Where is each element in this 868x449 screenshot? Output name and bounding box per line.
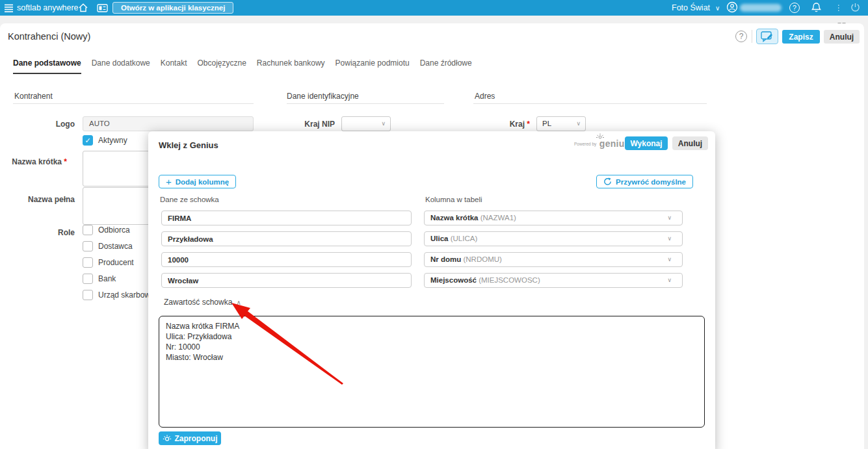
sparkle-icon (163, 435, 172, 443)
cancel-button[interactable]: Anuluj (824, 30, 860, 44)
right-column-header: Kolumna w tabeli (425, 196, 482, 203)
column-select[interactable]: Ulica (ULICA)∨ (424, 231, 683, 246)
divider (13, 103, 254, 104)
tab-dane-zrodlowe[interactable]: Dane źródłowe (420, 58, 472, 74)
clipboard-line: Nr: 10000 (166, 342, 698, 352)
menu-icon[interactable] (4, 3, 14, 13)
kraj-nip-select[interactable]: ∨ (341, 116, 391, 131)
tab-rachunek-bankowy[interactable]: Rachunek bankowy (257, 58, 325, 74)
chevron-down-icon: ∨ (576, 117, 581, 131)
restore-defaults-button[interactable]: Przywróć domyślne (596, 175, 693, 188)
chevron-down-icon: ∨ (667, 253, 672, 266)
aktywny-checkbox[interactable]: ✓ (83, 135, 93, 146)
clipboard-value-input[interactable] (161, 231, 412, 246)
nazwa-pelna-label: Nazwa pełna (13, 195, 75, 204)
required-marker: * (64, 157, 67, 166)
execute-button[interactable]: Wykonaj (625, 136, 668, 150)
role-row: Odbiorca (83, 225, 130, 235)
clipboard-line: Ulica: Przykładowa (166, 331, 698, 342)
application-window: softlab anywhere Otwórz w aplikacji klas… (0, 0, 868, 449)
tab-bar: Dane podstawowe Dane dodatkowe Kontakt O… (13, 58, 472, 74)
comment-edit-icon (761, 31, 774, 42)
section-kontrahent: Kontrahent (14, 92, 53, 101)
modal-cancel-button[interactable]: Anuluj (672, 136, 708, 150)
clipboard-value-input[interactable] (161, 252, 412, 267)
clipboard-line: Nazwa krótka FIRMA (166, 321, 698, 331)
genius-sparkle-icon (596, 133, 605, 140)
role-row: Bank (83, 274, 116, 284)
odbiorca-checkbox[interactable] (83, 225, 93, 235)
kebab-menu-icon[interactable]: ⋮ (835, 3, 843, 13)
left-column-header: Dane ze schowka (160, 196, 219, 203)
clipboard-line: Miasto: Wrocław (166, 352, 698, 363)
topbar: softlab anywhere Otwórz w aplikacji klas… (0, 0, 868, 16)
chevron-down-icon: ∨ (715, 5, 720, 12)
chevron-down-icon: ∨ (667, 211, 672, 225)
help-icon[interactable]: ? (789, 3, 800, 13)
section-adres: Adres (475, 92, 495, 101)
required-marker: * (527, 120, 530, 129)
column-select[interactable]: Miejscowość (MIEJSCOWOSC)∨ (424, 273, 683, 288)
modal-title: Wklej z Genius (159, 140, 218, 150)
role-row: Urząd skarbowy (83, 290, 154, 300)
logo-field[interactable]: AUTO (83, 116, 254, 131)
divider (752, 30, 752, 43)
nazwa-krotka-label: Nazwa krótka * (5, 157, 67, 166)
producent-checkbox[interactable] (83, 257, 93, 268)
tab-kontakt[interactable]: Kontakt (161, 58, 187, 74)
tab-dane-dodatkowe[interactable]: Dane dodatkowe (92, 58, 150, 74)
power-icon[interactable] (850, 2, 861, 12)
tab-powiazanie-podmiotu[interactable]: Powiązanie podmiotu (335, 58, 410, 74)
section-dane-identyfikacyjne: Dane identyfikacyjne (287, 92, 359, 101)
redacted-username (740, 4, 782, 12)
page-help-icon[interactable]: ? (735, 31, 747, 42)
column-select[interactable]: Nazwa krótka (NAZWA1)∨ (424, 211, 683, 225)
dostawca-label: Dostawca (98, 242, 133, 251)
plus-icon: + (166, 176, 172, 187)
kraj-select[interactable]: PL∨ (536, 116, 586, 131)
role-row: Producent (83, 257, 134, 268)
producent-label: Producent (98, 258, 134, 267)
chevron-down-icon: ∨ (667, 274, 672, 287)
tab-dane-podstawowe[interactable]: Dane podstawowe (13, 58, 81, 74)
kraj-label: Kraj * (468, 120, 530, 129)
add-column-button[interactable]: + Dodaj kolumnę (159, 175, 236, 188)
home-icon[interactable] (78, 3, 88, 13)
odbiorca-label: Odbiorca (98, 225, 130, 235)
divider (473, 103, 707, 104)
aktywny-label: Aktywny (98, 136, 127, 145)
clipboard-value-input[interactable] (161, 211, 412, 225)
aktywny-checkbox-row: ✓ Aktywny (83, 135, 127, 146)
urzad-skarbowy-label: Urząd skarbowy (98, 290, 154, 300)
role-row: Dostawca (83, 241, 133, 251)
kraj-nip-label: Kraj NIP (273, 120, 335, 129)
logo-label: Logo (13, 120, 75, 129)
app-brand: softlab anywhere (17, 0, 79, 16)
role-label: Role (13, 228, 75, 237)
propose-button[interactable]: Zaproponuj (159, 431, 221, 445)
clipboard-value-input[interactable] (161, 273, 412, 288)
divider (287, 103, 444, 104)
user-icon[interactable] (726, 2, 738, 12)
page-title: Kontrahenci (Nowy) (8, 31, 90, 42)
chevron-up-icon[interactable]: ∧ (236, 299, 241, 306)
save-button[interactable]: Zapisz (782, 30, 820, 44)
clipboard-content-label: Zawartość schowka∧ (164, 298, 241, 307)
feedback-button[interactable] (756, 29, 778, 44)
clipboard-content-textarea[interactable]: Nazwa krótka FIRMA Ulica: Przykładowa Nr… (159, 316, 705, 428)
bank-label: Bank (98, 274, 116, 283)
tab-obcojezyczne[interactable]: Obcojęzyczne (197, 58, 246, 74)
refresh-icon (603, 177, 612, 186)
company-selector[interactable]: Foto Świat∨ (672, 0, 720, 16)
chevron-down-icon: ∨ (667, 232, 672, 246)
chevron-down-icon: ∨ (381, 117, 386, 131)
bank-checkbox[interactable] (83, 274, 93, 284)
notifications-bell-icon[interactable] (811, 2, 822, 12)
column-select[interactable]: Nr domu (NRDOMU)∨ (424, 252, 683, 267)
open-classic-app-button[interactable]: Otwórz w aplikacji klasycznej (112, 2, 233, 14)
news-card-icon[interactable] (97, 3, 108, 13)
wklej-z-genius-modal: Wklej z Genius Powered by genius Wykonaj… (148, 131, 715, 449)
urzad-skarbowy-checkbox[interactable] (83, 290, 93, 300)
dostawca-checkbox[interactable] (83, 241, 93, 251)
